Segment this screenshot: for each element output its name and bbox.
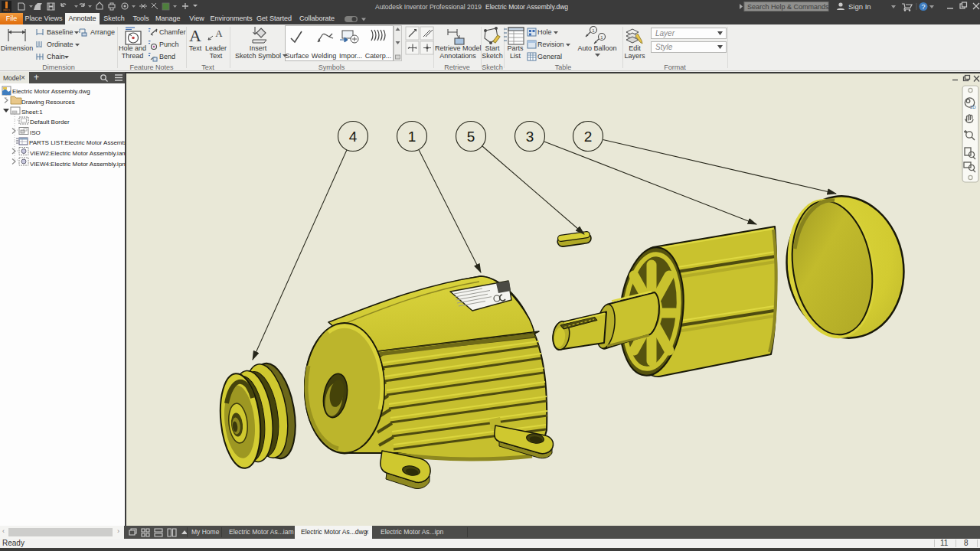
svg-text:A: A — [189, 26, 201, 45]
svg-text:A: A — [215, 28, 223, 39]
svg-text:Search Help & Commands...: Search Help & Commands... — [747, 3, 835, 11]
svg-text:1: 1 — [600, 35, 603, 40]
svg-text:5: 5 — [467, 129, 475, 145]
svg-text:3: 3 — [526, 129, 534, 145]
svg-text:2D: 2D — [970, 105, 976, 109]
svg-text:Style: Style — [655, 43, 673, 51]
svg-text:Layer: Layer — [655, 29, 675, 37]
svg-text:4: 4 — [349, 129, 358, 145]
svg-text:2: 2 — [584, 129, 593, 145]
svg-text:?: ? — [921, 3, 925, 11]
svg-text:PRO: PRO — [3, 8, 10, 12]
svg-text:Sign In: Sign In — [848, 2, 871, 11]
svg-text:1: 1 — [408, 129, 416, 145]
svg-text:Electric Motor Assembly.dwg: Electric Motor Assembly.dwg — [485, 3, 568, 11]
svg-text:1: 1 — [592, 28, 595, 33]
svg-text:Autodesk Inventor Professional: Autodesk Inventor Professional 2019 — [375, 3, 482, 11]
